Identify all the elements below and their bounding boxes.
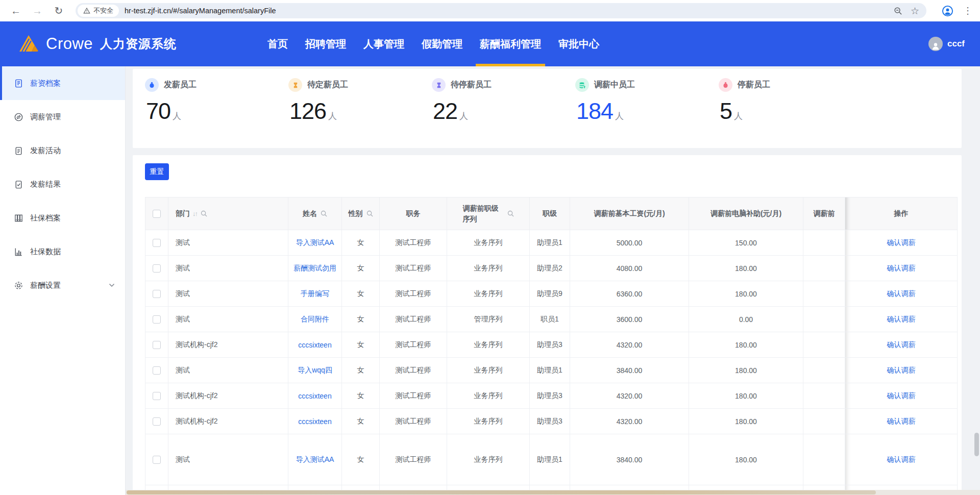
cell-series: 业务序列 [447, 332, 530, 358]
stat-unit: 人 [615, 111, 624, 121]
sidebar-menu: 薪资档案调薪管理发薪活动发薪结果社保档案社保数据薪酬设置 [0, 66, 125, 495]
stat-unit: 人 [734, 111, 743, 121]
cell-gender: 女 [342, 307, 380, 332]
nav-item-home[interactable]: 首页 [267, 21, 288, 66]
cell-action: 确认调薪 [845, 281, 958, 307]
table-row: 测试机构-cjf2cccsixteen女测试工程师业务序列助理员34320.00… [145, 409, 958, 434]
row-checkbox[interactable] [153, 264, 161, 273]
name-link[interactable]: cccsixteen [298, 417, 331, 426]
browser-profile-icon[interactable] [942, 5, 953, 17]
address-bar[interactable]: 不安全 hr-test.zjf-it.cn/#/salaryManagement… [76, 3, 926, 18]
sidebar-item-salary-settings[interactable]: 薪酬设置 [0, 268, 125, 302]
search-icon[interactable] [201, 210, 207, 217]
sidebar-item-salary-adjustment[interactable]: 调薪管理 [0, 100, 125, 134]
name-link[interactable]: 合同附件 [301, 315, 329, 323]
action-link[interactable]: 确认调薪 [887, 366, 916, 374]
cell-text: 测试机构-cjf2 [176, 340, 217, 349]
name-link[interactable]: cccsixteen [298, 341, 331, 349]
name-link[interactable]: 手册编写 [301, 289, 329, 298]
horizontal-scrollbar-thumb[interactable] [127, 490, 876, 494]
column-header-dept: 部门↓↑ [168, 197, 288, 230]
sidebar-item-label: 发薪活动 [30, 146, 61, 156]
cell-clipped_col [803, 307, 845, 332]
name-link[interactable]: 导入wqq四 [298, 366, 332, 374]
sidebar-item-social-security-data[interactable]: 社保数据 [0, 235, 125, 268]
cell-rank: 职员1 [530, 307, 570, 332]
vertical-scrollbar-thumb[interactable] [974, 433, 979, 456]
main-content: 发薪员工70人待定薪员工126人待停薪员工22人调薪中员工184人停薪员工5人 … [125, 66, 980, 495]
sidebar-item-social-security-file[interactable]: 社保档案 [0, 201, 125, 235]
action-link[interactable]: 确认调薪 [887, 455, 916, 463]
cell-series: 业务序列 [447, 434, 530, 485]
row-checkbox[interactable] [153, 366, 161, 375]
column-label: 调薪前 [814, 209, 835, 218]
nav-item-personnel[interactable]: 人事管理 [363, 21, 404, 66]
sidebar-item-payroll-result[interactable]: 发薪结果 [0, 167, 125, 201]
cell-computer_allowance: 180.00 [689, 358, 803, 383]
zoom-icon[interactable] [894, 7, 902, 15]
cell-text: 150.00 [735, 239, 757, 247]
cell-job: 测试工程师 [380, 230, 447, 256]
cell-text: 测试工程师 [396, 417, 431, 425]
nav-item-recruitment[interactable]: 招聘管理 [305, 21, 346, 66]
salary-table: 部门↓↑姓名性别职务调薪前职级序列职级调薪前基本工资(元/月)调薪前电脑补助(元… [145, 197, 958, 495]
action-link[interactable]: 确认调薪 [887, 264, 916, 272]
column-header-base_salary: 调薪前基本工资(元/月) [570, 197, 689, 230]
cell-text: 助理员1 [537, 238, 562, 246]
cell-rank: 助理员3 [530, 332, 570, 358]
cell-text: 180.00 [735, 290, 757, 298]
action-link[interactable]: 确认调薪 [887, 391, 916, 400]
action-link[interactable]: 确认调薪 [887, 417, 916, 425]
search-icon[interactable] [507, 210, 514, 217]
cell-select [145, 256, 168, 281]
row-checkbox[interactable] [153, 239, 161, 247]
cell-text: 助理员9 [537, 289, 562, 298]
action-link[interactable]: 确认调薪 [887, 238, 916, 246]
reset-button[interactable]: 重置 [145, 163, 169, 180]
cell-computer_allowance: 180.00 [689, 383, 803, 409]
table-row: 测试薪酬测试勿用女测试工程师业务序列助理员24080.00180.00确认调薪 [145, 256, 958, 281]
cell-text: 5000.00 [617, 239, 643, 247]
row-checkbox[interactable] [153, 290, 161, 298]
cell-clipped_col [803, 358, 845, 383]
name-link[interactable]: 薪酬测试勿用 [293, 264, 336, 272]
column-label: 职级 [543, 209, 557, 218]
back-button[interactable]: ← [8, 3, 23, 18]
cell-dept: 测试机构-cjf2 [168, 332, 288, 358]
cell-name: cccsixteen [288, 332, 342, 358]
forward-button[interactable]: → [30, 3, 45, 18]
sidebar-item-salary-file[interactable]: 薪资档案 [0, 66, 125, 100]
stat-card-paying-employees: 发薪员工70人 [145, 78, 288, 148]
user-menu[interactable]: cccf [928, 37, 965, 51]
select-all-checkbox[interactable] [153, 210, 161, 218]
row-checkbox[interactable] [153, 456, 161, 464]
browser-menu-icon[interactable]: ⋮ [963, 5, 973, 16]
bookmark-star-icon[interactable]: ☆ [911, 5, 919, 17]
row-checkbox[interactable] [153, 392, 161, 400]
action-link[interactable]: 确认调薪 [887, 340, 916, 349]
nav-item-salary-benefits[interactable]: 薪酬福利管理 [480, 21, 541, 66]
nav-item-approval-center[interactable]: 审批中心 [558, 21, 599, 66]
sidebar-item-payroll-activity[interactable]: 发薪活动 [0, 134, 125, 167]
search-icon[interactable] [366, 210, 373, 217]
reload-button[interactable]: ↻ [51, 3, 66, 18]
nav-item-attendance[interactable]: 假勤管理 [422, 21, 462, 66]
table-row: 测试手册编写女测试工程师业务序列助理员96360.00180.00确认调薪 [145, 281, 958, 307]
row-checkbox[interactable] [153, 417, 161, 426]
name-link[interactable]: 导入测试AA [296, 455, 334, 463]
header-content: 职务 [380, 209, 447, 218]
sort-icon[interactable]: ↓↑ [192, 210, 197, 217]
search-icon[interactable] [321, 210, 327, 217]
name-link[interactable]: 导入测试AA [296, 238, 334, 246]
column-label: 调薪前电脑补助(元/月) [710, 209, 781, 218]
name-link[interactable]: cccsixteen [298, 392, 331, 400]
row-checkbox[interactable] [153, 341, 161, 349]
action-link[interactable]: 确认调薪 [887, 315, 916, 323]
action-link[interactable]: 确认调薪 [887, 289, 916, 298]
security-chip[interactable]: 不安全 [78, 5, 119, 17]
stat-unit: 人 [328, 111, 337, 121]
main-nav: 首页招聘管理人事管理假勤管理薪酬福利管理审批中心 [267, 21, 617, 66]
row-checkbox[interactable] [153, 315, 161, 324]
clipboard-check-icon [14, 180, 23, 189]
cell-clipped_col [803, 434, 845, 485]
